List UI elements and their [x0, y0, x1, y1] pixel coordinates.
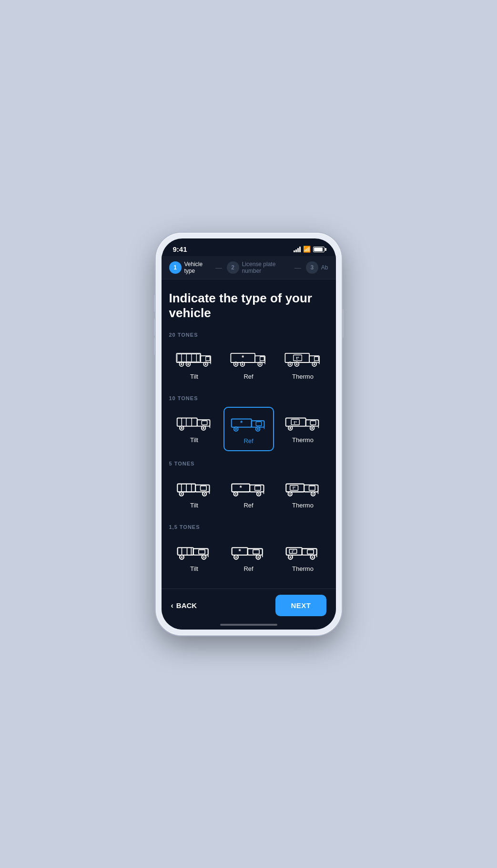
section-label-15tones: 1,5 TONES — [169, 524, 328, 530]
main-content: Indicate the type of your vehicle 20 TON… — [162, 279, 336, 630]
svg-text:*: * — [239, 485, 242, 492]
vehicle-5t-tilt[interactable]: Tilt — [169, 472, 220, 515]
svg-point-38 — [313, 363, 315, 365]
step-3-circle: 3 — [306, 261, 318, 274]
tilt-medium-icon — [175, 413, 213, 433]
svg-point-58 — [235, 428, 237, 430]
svg-point-104 — [312, 493, 314, 495]
svg-rect-0 — [176, 353, 201, 362]
svg-point-60 — [257, 428, 259, 430]
svg-rect-122 — [253, 550, 259, 554]
svg-point-137 — [312, 557, 313, 558]
svg-point-114 — [181, 557, 182, 558]
notch — [219, 238, 279, 253]
back-label: BACK — [176, 601, 197, 610]
step-2[interactable]: 2 License plate number — [227, 261, 290, 274]
vehicle-15t-tilt[interactable]: Tilt — [169, 536, 220, 578]
vehicle-label-15t-tilt: Tilt — [190, 565, 198, 572]
svg-point-23 — [242, 363, 243, 365]
svg-point-36 — [296, 363, 298, 365]
ref-large-icon: * — [230, 349, 268, 369]
step-2-label: License plate number — [242, 261, 290, 274]
vehicle-grid-20tones: Tilt * — [169, 343, 328, 386]
section-label-5tones: 5 TONES — [169, 461, 328, 466]
vehicle-20t-ref[interactable]: * Ref — [223, 343, 274, 386]
step-3[interactable]: 3 Ab — [306, 261, 328, 274]
svg-rect-46 — [202, 421, 207, 425]
tilt-small-icon — [175, 478, 213, 498]
svg-text:t°: t° — [292, 550, 294, 554]
vehicle-10t-thermo[interactable]: t° Thermo — [278, 407, 328, 451]
step-progress-bar: 1 Vehicle type — 2 License plate number … — [162, 256, 336, 279]
vehicle-20t-tilt[interactable]: Tilt — [169, 343, 220, 386]
ref-small-icon: * — [230, 478, 268, 498]
vehicle-15t-thermo[interactable]: t° Thermo — [278, 536, 328, 578]
svg-point-34 — [289, 363, 291, 365]
thermo-medium-icon: t° — [284, 413, 322, 433]
status-icons: 📶 — [294, 246, 325, 253]
svg-point-9 — [181, 363, 183, 365]
section-label-20tones: 20 TONES — [169, 332, 328, 338]
svg-rect-7 — [205, 357, 210, 361]
svg-rect-19 — [260, 357, 264, 361]
vehicle-15t-ref[interactable]: * Ref — [223, 536, 274, 578]
svg-rect-41 — [177, 418, 197, 426]
vehicle-label-10t-tilt: Tilt — [190, 436, 198, 444]
thermo-large-icon: t° — [284, 349, 322, 369]
svg-text:*: * — [238, 548, 241, 555]
svg-text:*: * — [240, 419, 243, 426]
svg-point-25 — [259, 363, 261, 365]
vehicle-label-20t-ref: Ref — [243, 373, 253, 380]
svg-point-81 — [181, 493, 182, 495]
step-1-label: Vehicle type — [184, 261, 211, 274]
svg-point-102 — [289, 493, 291, 495]
svg-text:*: * — [242, 354, 244, 361]
svg-point-135 — [289, 557, 291, 558]
vehicle-20t-thermo[interactable]: t° Thermo — [278, 343, 328, 386]
back-button[interactable]: ‹ BACK — [171, 598, 197, 614]
vehicle-grid-15tones: Tilt * — [169, 536, 328, 578]
svg-rect-89 — [254, 486, 261, 490]
step-2-circle: 2 — [227, 261, 239, 274]
ref-xsmall-icon: * — [230, 541, 268, 561]
svg-rect-133 — [307, 550, 313, 554]
svg-point-93 — [258, 493, 259, 495]
vehicle-label-5t-thermo: Thermo — [292, 502, 314, 509]
svg-rect-79 — [200, 486, 206, 490]
svg-rect-32 — [314, 357, 318, 361]
vehicle-grid-5tones: Tilt * — [169, 472, 328, 515]
phone-frame: 9:41 📶 1 Vehicle type — [156, 233, 342, 635]
svg-text:t°: t° — [296, 356, 299, 361]
ref-medium-selected-icon: * — [230, 413, 268, 434]
svg-point-126 — [257, 557, 259, 558]
vehicle-10t-ref[interactable]: * Ref — [223, 407, 274, 451]
svg-rect-56 — [256, 422, 261, 426]
vehicle-label-20t-tilt: Tilt — [190, 373, 198, 380]
vehicle-label-5t-tilt: Tilt — [190, 502, 198, 509]
back-chevron-icon: ‹ — [171, 601, 173, 610]
step-3-label: Ab — [321, 264, 328, 271]
home-indicator — [220, 624, 277, 626]
section-15tones: 1,5 TONES — [169, 524, 328, 578]
svg-point-11 — [187, 363, 189, 365]
next-button[interactable]: NEXT — [275, 595, 326, 616]
vehicle-label-15t-thermo: Thermo — [292, 565, 314, 572]
vehicle-5t-thermo[interactable]: t° Thermo — [278, 472, 328, 515]
vehicle-10t-tilt[interactable]: Tilt — [169, 407, 220, 451]
svg-point-21 — [235, 363, 237, 365]
svg-point-69 — [289, 427, 291, 429]
svg-rect-67 — [310, 421, 315, 425]
page-title: Indicate the type of your vehicle — [169, 291, 328, 320]
status-time: 9:41 — [173, 245, 187, 253]
step-1[interactable]: 1 Vehicle type — [169, 261, 211, 274]
svg-point-13 — [204, 363, 206, 365]
vehicle-label-10t-thermo: Thermo — [292, 436, 314, 444]
vehicle-5t-ref[interactable]: * Ref — [223, 472, 274, 515]
step-1-circle: 1 — [169, 261, 182, 274]
svg-point-50 — [203, 427, 204, 429]
tilt-large-icon — [175, 349, 213, 369]
svg-point-48 — [181, 427, 183, 429]
tilt-xsmall-icon — [175, 541, 213, 561]
section-10tones: 10 TONES — [169, 395, 328, 451]
step-separator-2: — — [294, 264, 301, 271]
